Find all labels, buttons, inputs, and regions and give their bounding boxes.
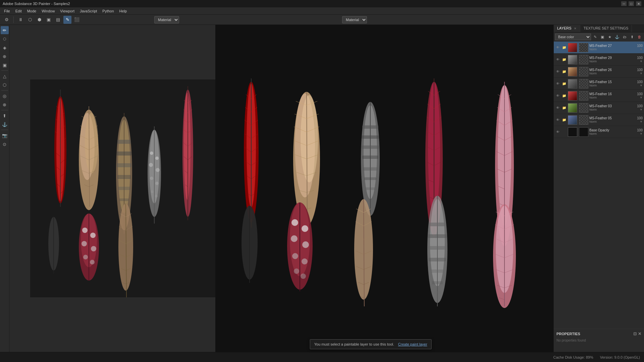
menu-help[interactable]: Help xyxy=(117,8,130,14)
properties-expand-icon[interactable]: ⊡ xyxy=(633,331,637,336)
toolbar-icon-3[interactable]: ⬢ xyxy=(35,16,43,24)
svg-point-48 xyxy=(149,163,153,167)
layer-visibility-toggle[interactable]: 👁 xyxy=(555,69,560,74)
layer-visibility-toggle[interactable]: 👁 xyxy=(555,129,560,135)
channel-selector[interactable]: Base color Roughness Metallic Normal xyxy=(555,34,591,40)
menu-python[interactable]: Python xyxy=(100,8,116,14)
svg-point-81 xyxy=(83,255,88,259)
eraser-tool[interactable]: ⬡ xyxy=(1,35,9,43)
layer-opacity-arrow[interactable]: ▼ xyxy=(640,84,643,87)
viewport-mode-left[interactable]: Material xyxy=(154,16,179,23)
picker-tool[interactable]: ⊙ xyxy=(1,140,9,148)
layer-opacity-arrow[interactable]: ▼ xyxy=(640,72,643,75)
title-bar: Adobe Substance 3D Painter - Samples2 ─ … xyxy=(0,0,644,7)
layer-opacity-arrow[interactable]: ▼ xyxy=(640,60,643,63)
layer-opacity-area: 100 ▼ xyxy=(626,128,643,135)
layer-folder-icon[interactable]: 📁 xyxy=(561,117,567,123)
clone-tool[interactable]: ⊕ xyxy=(1,52,9,60)
layers-list: 👁 📁 MS-Feather 27 Norm 100 ▼ 👁 📁 MS-Feat… xyxy=(554,42,644,329)
paint-brush-tool[interactable]: ✏ xyxy=(1,26,9,34)
svg-rect-220 xyxy=(429,223,446,226)
toolbar-icon-settings[interactable]: ⚙ xyxy=(3,16,11,24)
menu-edit[interactable]: Edit xyxy=(13,8,24,14)
layer-opacity-arrow[interactable]: ▼ xyxy=(640,132,643,135)
layers-tab-close[interactable]: ✕ xyxy=(574,27,577,30)
toolbar-icon-4[interactable]: ▣ xyxy=(45,16,53,24)
svg-point-194 xyxy=(291,219,298,226)
layer-info: MS-Feather 16 Norm xyxy=(589,92,625,99)
add-paint-layer-icon[interactable]: ✎ xyxy=(592,34,598,40)
layer-visibility-toggle[interactable]: 👁 xyxy=(555,117,560,123)
properties-title: PROPERTIES xyxy=(556,332,580,336)
viewport-mode-right[interactable]: Material xyxy=(342,16,367,23)
layer-folder-icon[interactable]: 📁 xyxy=(561,93,567,99)
close-button[interactable]: ✕ xyxy=(636,1,641,6)
add-anchor-icon[interactable]: ⚓ xyxy=(614,34,621,40)
add-effect-icon[interactable]: ★ xyxy=(606,34,613,40)
toolbar-icon-5[interactable]: ▤ xyxy=(54,16,62,24)
menu-viewport[interactable]: Viewport xyxy=(57,8,77,14)
viewport-3d-panel: Y X xyxy=(9,25,249,352)
anchor-tool[interactable]: ⚓ xyxy=(1,120,9,128)
layer-opacity-arrow[interactable]: ▼ xyxy=(640,120,643,123)
layer-opacity-value: 100 xyxy=(637,92,643,96)
viewport-3d[interactable]: Y X xyxy=(9,25,249,352)
layer-item-ms-feather-29[interactable]: 👁 📁 MS-Feather 29 Norm 100 ▼ xyxy=(554,54,644,66)
toolbar-icon-7[interactable]: ⬛ xyxy=(73,16,81,24)
tab-texture-set-settings[interactable]: TEXTURE SET SETTINGS xyxy=(580,25,632,32)
layer-visibility-toggle[interactable]: 👁 xyxy=(555,81,560,86)
layer-visibility-toggle[interactable]: 👁 xyxy=(555,93,560,99)
create-paint-layer-link[interactable]: Create paint layer xyxy=(398,342,427,346)
smudge-tool[interactable]: ◈ xyxy=(1,44,9,52)
layer-item-ms-feather-26[interactable]: 👁 📁 MS-Feather 26 Norm 100 ▼ xyxy=(554,66,644,78)
layer-folder-icon[interactable]: 📁 xyxy=(561,69,567,74)
toolbar-brush-active[interactable]: ✎ xyxy=(63,16,71,24)
texture-2d-viewport[interactable] xyxy=(216,25,553,352)
layer-item-ms-feather-16[interactable]: 👁 📁 MS-Feather 16 Norm 100 ▼ xyxy=(554,90,644,102)
projection-tool[interactable]: ⬡ xyxy=(1,81,9,89)
export-tool[interactable]: ⬆ xyxy=(1,112,9,120)
menu-window[interactable]: Window xyxy=(39,8,57,14)
delete-layer-icon[interactable]: 🗑 xyxy=(636,34,643,40)
status-bar: Cache Disk Usage: 89% Version: 9.0.0 (Op… xyxy=(0,352,644,362)
menu-file[interactable]: File xyxy=(1,8,13,14)
restore-button[interactable]: □ xyxy=(629,1,634,6)
layer-item-ms-feather-03[interactable]: 👁 📁 MS-Feather 03 Norm 100 ▼ xyxy=(554,102,644,114)
layer-visibility-toggle[interactable]: 👁 xyxy=(555,45,560,50)
layer-thumbnail xyxy=(568,127,577,137)
add-fill-layer-icon[interactable]: ▣ xyxy=(599,34,606,40)
menu-mode[interactable]: Mode xyxy=(24,8,39,14)
properties-close-icon[interactable]: ✕ xyxy=(638,331,641,336)
camera-tool[interactable]: 📷 xyxy=(1,131,9,139)
geometry-tool[interactable]: △ xyxy=(1,72,9,80)
menu-javascript[interactable]: JavaScript xyxy=(77,8,100,14)
layer-folder-icon[interactable]: 📁 xyxy=(561,105,567,111)
svg-point-53 xyxy=(155,195,158,197)
fill-tool[interactable]: ▣ xyxy=(1,61,9,69)
layer-folder-icon[interactable]: 📁 xyxy=(561,81,567,86)
layer-opacity-value: 100 xyxy=(637,68,643,72)
material-picker[interactable]: ◎ xyxy=(1,92,9,100)
svg-rect-150 xyxy=(363,167,378,171)
layer-visibility-toggle[interactable]: 👁 xyxy=(555,57,560,62)
import-resource-icon[interactable]: ⬆ xyxy=(629,34,635,40)
layer-item-ms-feather-05[interactable]: 👁 📁 MS-Feather 05 Norm 100 ▼ xyxy=(554,114,644,126)
layer-opacity-arrow[interactable]: ▼ xyxy=(640,108,643,111)
layer-item-ms-feather-15[interactable]: 👁 📁 MS-Feather 15 Norm 100 ▼ xyxy=(554,78,644,90)
layer-item-base-opacity[interactable]: 👁 📁 Base Opacity Norm 100 ▼ xyxy=(554,126,644,138)
add-folder-icon[interactable]: 🗁 xyxy=(621,34,628,40)
minimize-button[interactable]: ─ xyxy=(621,1,627,6)
toolbar-pause[interactable]: ⏸ xyxy=(16,16,24,24)
layer-folder-icon[interactable]: 📁 xyxy=(561,57,567,62)
layer-opacity-arrow[interactable]: ▼ xyxy=(640,96,643,99)
layer-folder-icon[interactable]: 📁 xyxy=(561,45,567,50)
layer-opacity-arrow[interactable]: ▼ xyxy=(640,48,643,51)
tab-layers[interactable]: LAYERS ✕ xyxy=(554,25,580,32)
layers-toolbar: Base color Roughness Metallic Normal ✎ ▣… xyxy=(554,33,644,42)
svg-rect-147 xyxy=(362,135,379,139)
toolbar-icon-2[interactable]: ⬡ xyxy=(26,16,34,24)
layer-name: MS-Feather 29 xyxy=(589,56,625,60)
layer-visibility-toggle[interactable]: 👁 xyxy=(555,105,560,111)
bake-tool[interactable]: ⊗ xyxy=(1,101,9,109)
layer-item-ms-feather-27[interactable]: 👁 📁 MS-Feather 27 Norm 100 ▼ xyxy=(554,42,644,54)
